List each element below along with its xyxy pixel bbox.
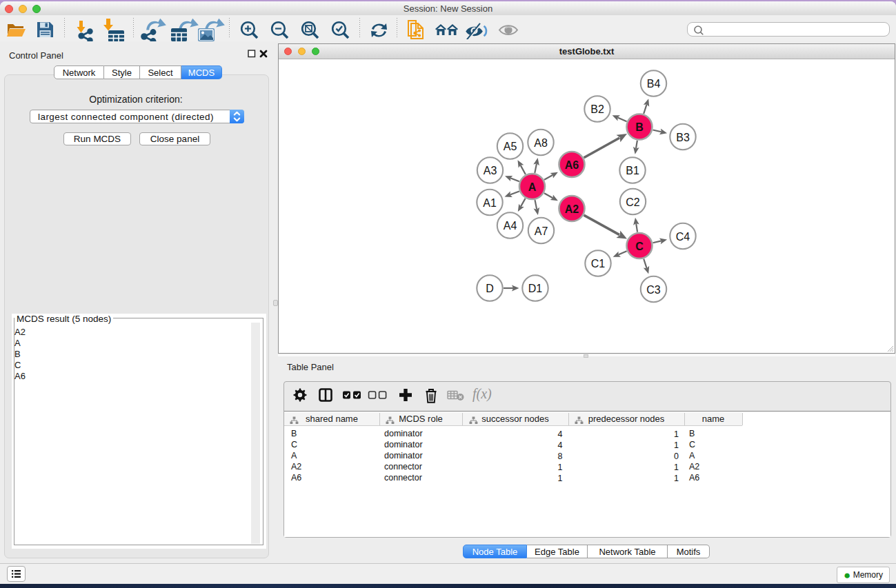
svg-text:C4: C4 (676, 231, 690, 243)
svg-text:D1: D1 (528, 283, 543, 294)
svg-text:A5: A5 (504, 141, 517, 152)
svg-text:C2: C2 (626, 196, 640, 208)
svg-text:B4: B4 (647, 78, 661, 90)
svg-text:A1: A1 (483, 197, 497, 209)
svg-text:C1: C1 (591, 258, 606, 270)
svg-text:A: A (528, 181, 537, 193)
svg-text:B3: B3 (676, 132, 690, 143)
svg-text:A4: A4 (504, 220, 517, 232)
svg-text:A3: A3 (484, 165, 497, 176)
svg-text:A2: A2 (565, 203, 579, 215)
svg-text:C3: C3 (646, 284, 661, 296)
svg-text:A8: A8 (534, 137, 548, 149)
svg-text:D: D (486, 283, 494, 294)
svg-text:B2: B2 (590, 103, 604, 115)
svg-text:A6: A6 (565, 159, 579, 171)
svg-text:C: C (635, 241, 644, 252)
svg-text:A7: A7 (535, 225, 548, 237)
svg-text:B: B (635, 121, 644, 133)
svg-text:B1: B1 (626, 165, 639, 176)
